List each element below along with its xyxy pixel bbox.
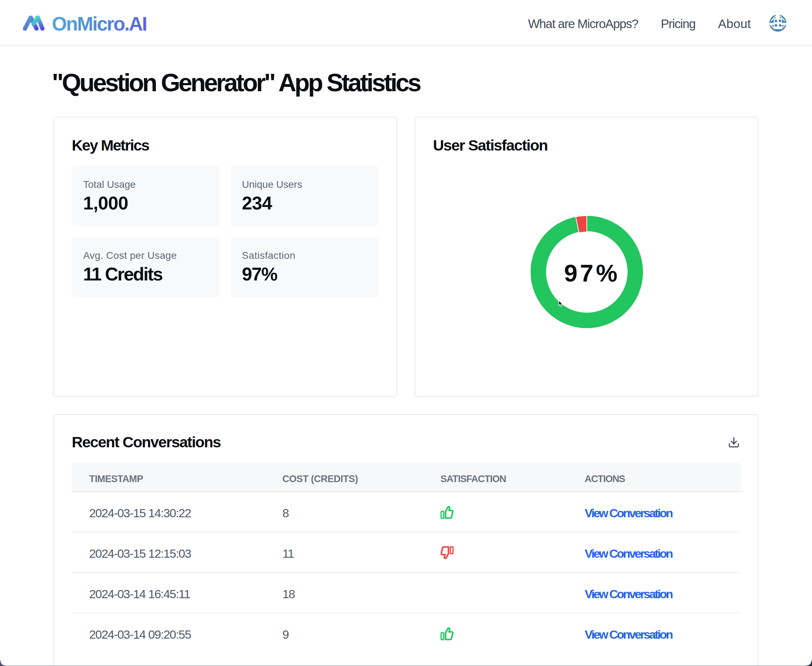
svg-text:97%: 97% [564,259,620,287]
